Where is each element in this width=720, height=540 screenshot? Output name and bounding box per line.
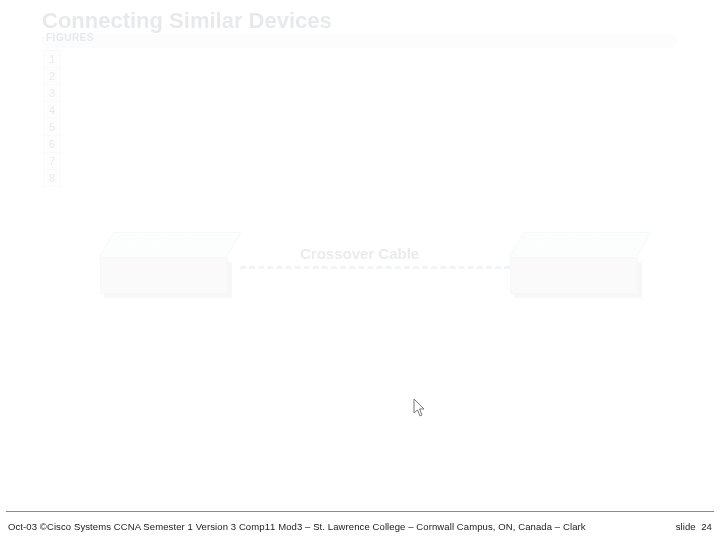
cable-label: Crossover Cable bbox=[300, 245, 419, 262]
figure-tab-8[interactable]: 8 bbox=[43, 169, 61, 187]
slide-word: slide bbox=[676, 521, 696, 532]
figure-tab-1[interactable]: 1 bbox=[43, 50, 61, 68]
figure-tab-3[interactable]: 3 bbox=[43, 84, 61, 102]
slide-title: Connecting Similar Devices bbox=[42, 8, 332, 34]
switch-device-left: ⇄ ⇄ ⇄ bbox=[100, 232, 240, 300]
figures-bar bbox=[42, 34, 677, 48]
figures-list: 1 2 3 4 5 6 7 8 bbox=[43, 50, 63, 186]
cursor-icon bbox=[413, 398, 427, 418]
footer-divider bbox=[6, 511, 714, 512]
footer: Oct-03 ©Cisco Systems CCNA Semester 1 Ve… bbox=[8, 521, 712, 532]
slide: Connecting Similar Devices FIGURES 1 2 3… bbox=[0, 0, 720, 540]
switch-arrows-icon: ⇄ ⇄ ⇄ bbox=[531, 236, 637, 254]
slide-number: slide 24 bbox=[672, 521, 712, 532]
switch-device-right: ⇄ ⇄ ⇄ bbox=[510, 232, 650, 300]
switch-arrows-icon: ⇄ ⇄ ⇄ bbox=[121, 236, 227, 254]
switch-front bbox=[510, 258, 638, 294]
switch-front bbox=[100, 258, 228, 294]
figure-tab-7[interactable]: 7 bbox=[43, 152, 61, 170]
figure-tab-4[interactable]: 4 bbox=[43, 101, 61, 119]
crossover-cable-line bbox=[240, 266, 510, 269]
footer-text: Oct-03 ©Cisco Systems CCNA Semester 1 Ve… bbox=[8, 521, 586, 532]
figure-tab-2[interactable]: 2 bbox=[43, 67, 61, 85]
slide-num-value: 24 bbox=[701, 521, 712, 532]
figure-tab-5[interactable]: 5 bbox=[43, 118, 61, 136]
figures-label: FIGURES bbox=[46, 32, 94, 43]
figure-tab-6[interactable]: 6 bbox=[43, 135, 61, 153]
